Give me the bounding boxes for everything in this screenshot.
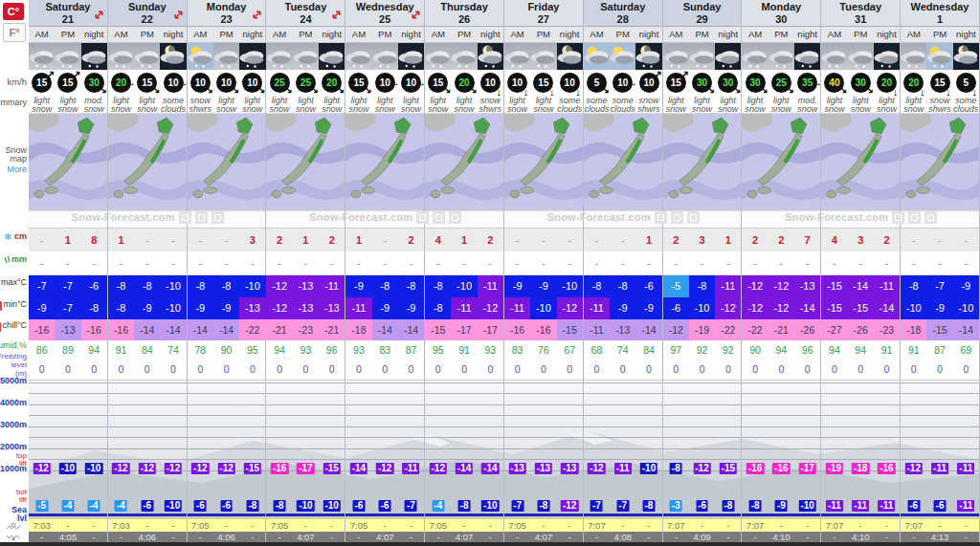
wind-row: ↘40↘30↓20 — [821, 70, 900, 96]
freezing-level-cell: 0 — [953, 360, 979, 380]
sunset-row: -4:07- — [266, 532, 345, 542]
day-header[interactable]: Sunday29 — [663, 0, 742, 27]
cloud-snow-icon — [663, 43, 689, 70]
expand-day-arrow-icon[interactable] — [172, 9, 185, 21]
day-header[interactable]: Friday27 — [504, 0, 583, 27]
snow-map-more-link[interactable]: More — [7, 165, 27, 174]
snow-amount-cell: 3 — [848, 229, 874, 251]
expand-day-arrow-icon[interactable] — [410, 9, 422, 21]
sunrise-row: 7:05-- — [188, 518, 266, 532]
period-label: PM — [293, 27, 319, 42]
sunset-row: -4:07- — [425, 532, 503, 542]
sunset-row: -4:05- — [29, 532, 107, 542]
snow-amount-cell: - — [160, 229, 186, 251]
cloud-snow-icon — [848, 43, 874, 70]
rain-amount-cell: - — [81, 251, 107, 274]
max-temp-cell: -8 — [134, 275, 160, 297]
summary-text: light snow — [901, 96, 926, 113]
wind-row: →20↘15→10 — [108, 70, 187, 96]
day-header[interactable]: Sunday22 — [108, 0, 187, 27]
elevation-label-5000: 5000m — [0, 377, 27, 385]
top-lift-temp-chip: -18 — [852, 463, 869, 474]
summary-row: some cloudssome cloudssnow shwrs — [584, 96, 662, 114]
wind-chill-row: -12-19-22 — [663, 319, 742, 340]
snow-map-thumbnail[interactable] — [108, 114, 187, 210]
min-temp-cell: -13 — [239, 297, 265, 319]
expand-day-arrow-icon[interactable] — [330, 9, 343, 21]
watermark-row-cell — [663, 210, 742, 229]
min-temp-row: -9-9-13 — [188, 297, 266, 319]
wind-cell: ↘30 — [689, 70, 715, 96]
max-temp-cell: -8 — [901, 275, 926, 297]
wind-chill-cell: -23 — [293, 319, 319, 340]
snow-map-thumbnail[interactable] — [584, 114, 662, 210]
top-lift-temp-chip: -12 — [588, 463, 605, 474]
wind-speed-badge: 15 — [666, 73, 686, 93]
day-header[interactable]: Monday30 — [742, 0, 820, 27]
bot-lift-temp-chip: -8 — [537, 500, 549, 512]
wind-cell: ↘15 — [134, 70, 160, 96]
day-date: 1 — [901, 13, 979, 26]
day-header[interactable]: Tuesday24 — [266, 0, 345, 27]
period-label: PM — [55, 27, 80, 42]
day-header[interactable]: Monday23 — [188, 0, 266, 27]
elevation-band: -12-5-10-4-10-4 — [29, 381, 107, 518]
snow-map-thumbnail[interactable] — [504, 114, 583, 210]
period-label: night — [715, 27, 741, 42]
sunrise-time-cell: - — [794, 519, 820, 532]
min-temp-cell: -14 — [794, 297, 820, 319]
max-temp-cell: -9 — [345, 275, 371, 297]
humidity-cell: 96 — [319, 340, 345, 360]
day-header[interactable]: Saturday28 — [584, 0, 662, 27]
snow-map-thumbnail[interactable] — [266, 114, 345, 210]
max-temp-cell: -10 — [557, 275, 583, 297]
summary-text: light snow — [398, 96, 424, 113]
snow-map-thumbnail[interactable] — [188, 114, 266, 210]
wind-row: ↘10↘10↘10 — [188, 70, 266, 96]
wind-chill-cell: -26 — [848, 319, 874, 340]
wind-chill-cell: -13 — [610, 319, 635, 340]
day-header[interactable]: Tuesday31 — [821, 0, 900, 27]
sunrise-row: 7:03-- — [29, 518, 107, 532]
bot-lift-temp-chip: -8 — [274, 500, 286, 512]
fahrenheit-toggle-button[interactable]: F° — [3, 23, 26, 42]
wind-chill-cell: -14 — [134, 319, 160, 340]
day-column-sunday-22: Sunday22AMPMnight→20↘15→10light snowligh… — [108, 0, 188, 542]
sunset-time-cell: - — [874, 532, 900, 542]
sunrise-row: 7:03-- — [108, 518, 187, 532]
day-header[interactable]: Thursday26 — [425, 0, 503, 27]
snow-map-thumbnail[interactable] — [742, 114, 820, 210]
rain-amount-cell: - — [108, 251, 134, 274]
period-label: night — [398, 27, 424, 42]
snow-map-thumbnail[interactable] — [425, 114, 503, 210]
celsius-toggle-button[interactable]: C° — [3, 3, 24, 20]
snow-map-thumbnail[interactable] — [821, 114, 900, 210]
snow-map-thumbnail[interactable] — [29, 114, 107, 210]
bot-lift-temp-chip: -10 — [297, 500, 314, 512]
snow-map-thumbnail[interactable] — [901, 114, 979, 210]
snow-map-thumbnail[interactable] — [663, 114, 742, 210]
expand-day-arrow-icon[interactable] — [251, 9, 263, 21]
wind-chill-cell: -18 — [345, 319, 371, 340]
freezing-level-row: 000 — [584, 360, 662, 381]
snow-map-thumbnail[interactable] — [345, 114, 424, 210]
watermark-row-cell — [108, 210, 187, 229]
period-label-row: AMPMnight — [108, 27, 187, 43]
min-temp-cell: -11 — [584, 297, 610, 319]
freezing-level-row: 000 — [266, 360, 345, 381]
sunset-time-cell: 4:07 — [372, 532, 398, 542]
freezing-level-cell: 0 — [319, 360, 345, 380]
expand-day-arrow-icon[interactable] — [93, 9, 105, 21]
sunrise-time-cell: - — [953, 519, 979, 532]
moon-cloud-snow-night-icon — [635, 43, 661, 70]
wind-speed-badge: 10 — [164, 73, 184, 93]
day-header[interactable]: Wednesday1 — [901, 0, 979, 27]
rain-amount-cell: - — [742, 251, 768, 274]
sunrise-time-cell: - — [239, 519, 265, 532]
day-header[interactable]: Wednesday25 — [345, 0, 424, 27]
freezing-level-cell: 0 — [742, 360, 768, 380]
day-header[interactable]: Saturday21 — [29, 0, 107, 27]
max-temp-row-label: max°C — [1, 278, 27, 287]
wind-cell: ↘15 — [425, 70, 451, 96]
wind-chill-cell: -16 — [504, 319, 530, 340]
